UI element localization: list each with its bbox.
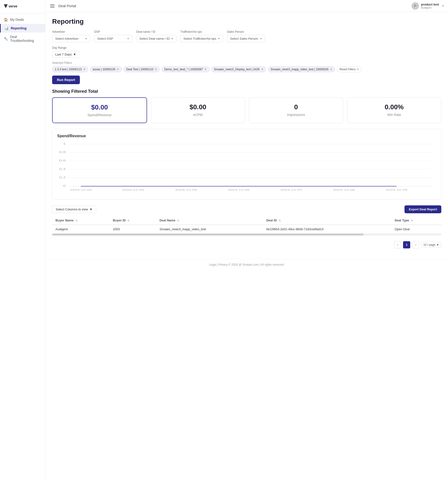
spend-value: $0.00 <box>57 104 142 111</box>
page-content: Reporting Advertiser Select Advertiser ▼… <box>45 12 448 259</box>
sales-person-label: Sales Person <box>227 30 265 33</box>
dsp-select[interactable]: Select DSP ▼ <box>94 35 132 42</box>
deal-name-select[interactable]: Select Deal name / ID ▼ <box>136 35 176 42</box>
main-content: Deal Portal P product test Audigent ▼ Re… <box>45 0 448 482</box>
columns-select-button[interactable]: Select Columns to view ▼ <box>52 206 96 213</box>
deal-name-filter-group: Deal name / ID Select Deal name / ID ▼ <box>136 30 176 42</box>
trafficker-select[interactable]: Select Trafficker/Ad ops ▼ <box>180 35 223 42</box>
trafficker-dropdown-icon: ▼ <box>217 37 220 40</box>
impressions-value: 0 <box>254 103 338 111</box>
trafficker-filter-group: Trafficker/Ad ops Select Trafficker/Ad o… <box>180 30 223 42</box>
export-deal-report-button[interactable]: Export Deal Report <box>405 205 441 213</box>
table-header-row: Buyer Name ⇅ Buyer ID ⇅ Deal Name ⇅ <box>52 216 441 225</box>
user-name-block: product test Audigent <box>421 3 439 9</box>
col-deal-id[interactable]: Deal ID ⇅ <box>263 216 391 225</box>
chart-icon: 📊 <box>5 26 8 30</box>
page-footer: Legal | Privacy © 2024 @ Smaato.com | Al… <box>45 259 448 270</box>
chip-label-5: Smaato_newUI_Display_test | 2429 <box>214 68 260 71</box>
svg-text:0.8: 0.8 <box>59 151 66 153</box>
dsp-select-value: Select DSP <box>97 37 113 40</box>
hamburger-button[interactable] <box>49 3 56 9</box>
col-buyer-id[interactable]: Buyer ID ⇅ <box>110 216 156 225</box>
sidebar-item-reporting[interactable]: 📊 Reporting <box>0 24 45 32</box>
chip-close-3[interactable]: ✕ <box>155 68 157 71</box>
sidebar: verve 🏠 My Deals 📊 Reporting 🔧 Deal Trou… <box>0 0 45 482</box>
top-header: Deal Portal P product test Audigent ▼ <box>45 0 448 12</box>
sales-person-dropdown-icon: ▼ <box>260 37 262 40</box>
table-row: Audigent 1003 Smaato_newUI_inapp_video_t… <box>52 225 441 233</box>
run-report-button[interactable]: Run Report <box>52 76 80 84</box>
logo: verve <box>0 0 45 13</box>
chip-close-4[interactable]: ✕ <box>204 68 207 71</box>
col-buyer-name[interactable]: Buyer Name ⇅ <box>52 216 110 225</box>
cell-deal-id: 6e15f854-2e01-49cc-9b56-7183ce8fad14 <box>263 225 391 233</box>
svg-text:0: 0 <box>63 184 66 187</box>
chip-close-6[interactable]: ✕ <box>330 68 332 71</box>
reset-filters-label: Reset Filters <box>339 68 355 71</box>
per-page-value: 10 / page <box>423 243 435 247</box>
sidebar-item-deal-troubleshooting[interactable]: 🔧 Deal Troubleshooting <box>0 32 45 45</box>
summary-card-spend: $0.00 Spend/Revenue <box>52 97 147 123</box>
chip-close-2[interactable]: ✕ <box>117 68 119 71</box>
prev-page-button[interactable]: ‹ <box>394 241 401 249</box>
svg-text:0.2: 0.2 <box>59 176 66 179</box>
filter-chip-5: Smaato_newUI_Display_test | 2429 ✕ <box>211 66 266 72</box>
win-rate-value: 0.00% <box>352 103 437 111</box>
chip-close-5[interactable]: ✕ <box>261 68 264 71</box>
trafficker-label: Trafficker/Ad ops <box>180 30 223 33</box>
reset-filters-button[interactable]: Reset Filters ✕ <box>337 66 361 72</box>
filter-chip-4: Demo_test_deal_* | 10000087 ✕ <box>162 66 209 72</box>
filter-chip-1: 1.3.3 test | 10000113 ✕ <box>52 66 88 72</box>
chip-label-4: Demo_test_deal_* | 10000087 <box>164 68 203 71</box>
col-deal-type[interactable]: Deal Type ⇅ <box>391 216 441 225</box>
cell-buyer-name: Audigent <box>52 225 110 233</box>
advertiser-select[interactable]: Select Advertiser ▼ <box>52 35 90 42</box>
summary-card-win-rate: 0.00% Win Rate <box>347 97 441 123</box>
chart-svg: 1 0.8 0.6 0.4 0.2 0 2024 <box>57 142 436 195</box>
col-deal-name[interactable]: Deal Name ⇅ <box>156 216 263 225</box>
horizontal-scrollbar[interactable] <box>52 233 441 235</box>
filter-chip-2: asxas | 10000126 ✕ <box>90 66 122 72</box>
table-scroll[interactable]: Buyer Name ⇅ Buyer ID ⇅ Deal Name ⇅ <box>52 216 441 238</box>
scrollbar-thumb[interactable] <box>52 233 363 235</box>
sort-icon-deal-type: ⇅ <box>411 219 413 222</box>
day-range-button[interactable]: Last 7 Days ▼ <box>52 51 79 58</box>
filter-chip-6: Smaato_newUI_inapp_video_test | 10000026… <box>268 66 335 72</box>
sidebar-item-label: My Deals <box>10 18 24 22</box>
dsp-dropdown-icon: ▼ <box>127 37 129 40</box>
chip-close-1[interactable]: ✕ <box>83 68 86 71</box>
pagination: ‹ 1 › 10 / page ▼ <box>52 241 441 253</box>
sales-person-select[interactable]: Select Sales Person ▼ <box>227 35 265 42</box>
selected-filters-label: Selected Filters <box>52 61 441 64</box>
sort-icon-buyer-id: ⇅ <box>128 219 129 222</box>
columns-dropdown-icon: ▼ <box>89 208 93 211</box>
sidebar-item-my-deals[interactable]: 🏠 My Deals <box>0 15 45 24</box>
cell-buyer-id: 1003 <box>110 225 156 233</box>
verve-logo: verve <box>4 3 23 9</box>
portal-title: Deal Portal <box>58 4 76 8</box>
chip-label-3: Deal Test | 10000110 <box>126 68 153 71</box>
dsp-filter-group: DSP Select DSP ▼ <box>94 30 132 42</box>
summary-card-impressions: 0 Impressions <box>249 97 343 123</box>
summary-cards: $0.00 Spend/Revenue $0.00 eCPM 0 Impress… <box>52 97 441 123</box>
trafficker-select-value: Select Trafficker/Ad ops <box>183 37 216 40</box>
deal-name-select-value: Select Deal name / ID <box>139 37 169 40</box>
per-page-select[interactable]: 10 / page ▼ <box>421 242 441 248</box>
page-1-button[interactable]: 1 <box>403 241 410 249</box>
day-range-dropdown-icon: ▼ <box>73 53 76 56</box>
svg-text:1: 1 <box>63 142 66 145</box>
wrench-icon: 🔧 <box>4 37 8 41</box>
filter-chip-3: Deal Test | 10000110 ✕ <box>124 66 160 72</box>
table-toolbar: Select Columns to view ▼ Export Deal Rep… <box>52 205 441 213</box>
svg-text:verve: verve <box>9 4 17 8</box>
user-menu[interactable]: P product test Audigent ▼ <box>411 2 444 10</box>
sales-person-filter-group: Sales Person Select Sales Person ▼ <box>227 30 265 42</box>
next-page-button[interactable]: › <box>412 241 419 249</box>
footer-text: Legal | Privacy © 2024 @ Smaato.com | Al… <box>209 263 284 266</box>
sidebar-nav: 🏠 My Deals 📊 Reporting 🔧 Deal Troublesho… <box>0 13 45 47</box>
advertiser-label: Advertiser <box>52 30 90 33</box>
advertiser-filter-group: Advertiser Select Advertiser ▼ <box>52 30 90 42</box>
chip-label-1: 1.3.3 test | 10000113 <box>55 68 82 71</box>
dsp-label: DSP <box>94 30 132 33</box>
ecpm-value: $0.00 <box>156 103 240 111</box>
